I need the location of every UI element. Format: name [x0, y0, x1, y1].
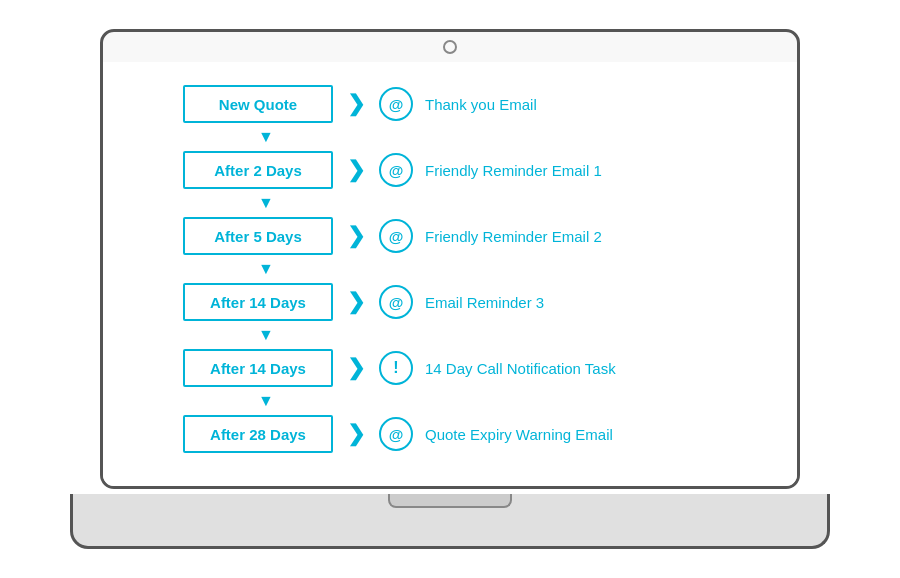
action-label: 14 Day Call Notification Task [425, 360, 616, 377]
chevron-right-icon: ❯ [347, 157, 365, 183]
email-icon: @ [379, 285, 413, 319]
action-label: Friendly Reminder Email 1 [425, 162, 602, 179]
action-label: Friendly Reminder Email 2 [425, 228, 602, 245]
step-box: After 28 Days [183, 415, 333, 453]
down-arrow-icon: ▼ [258, 327, 274, 343]
down-arrow-icon: ▼ [258, 195, 274, 211]
connector-arrow: ▼ [183, 195, 274, 211]
down-arrow-icon: ▼ [258, 129, 274, 145]
step-box: After 14 Days [183, 349, 333, 387]
at-symbol: @ [389, 96, 404, 113]
step-box: New Quote [183, 85, 333, 123]
chevron-right-icon: ❯ [347, 421, 365, 447]
connector-arrow: ▼ [183, 129, 274, 145]
connector-arrow: ▼ [183, 261, 274, 277]
down-arrow-icon: ▼ [258, 393, 274, 409]
action-label: Quote Expiry Warning Email [425, 426, 613, 443]
laptop-screen: New Quote❯@Thank you Email▼After 2 Days❯… [100, 29, 800, 489]
email-icon: @ [379, 153, 413, 187]
email-icon: @ [379, 219, 413, 253]
email-icon: @ [379, 87, 413, 121]
at-symbol: @ [389, 426, 404, 443]
step-box: After 2 Days [183, 151, 333, 189]
workflow-row-4: After 14 Days❯@Email Reminder 3 [183, 283, 544, 321]
action-label: Email Reminder 3 [425, 294, 544, 311]
step-box: After 5 Days [183, 217, 333, 255]
step-box: After 14 Days [183, 283, 333, 321]
at-symbol: @ [389, 294, 404, 311]
at-symbol: @ [389, 228, 404, 245]
down-arrow-icon: ▼ [258, 261, 274, 277]
workflow-row-2: After 2 Days❯@Friendly Reminder Email 1 [183, 151, 602, 189]
email-icon: @ [379, 417, 413, 451]
at-symbol: @ [389, 162, 404, 179]
connector-arrow: ▼ [183, 327, 274, 343]
chevron-right-icon: ❯ [347, 91, 365, 117]
laptop-container: New Quote❯@Thank you Email▼After 2 Days❯… [70, 29, 830, 549]
action-label: Thank you Email [425, 96, 537, 113]
laptop-base [70, 494, 830, 549]
workflow-row-5: After 14 Days❯!14 Day Call Notification … [183, 349, 616, 387]
chevron-right-icon: ❯ [347, 289, 365, 315]
screen-content: New Quote❯@Thank you Email▼After 2 Days❯… [103, 62, 797, 486]
workflow-row-1: New Quote❯@Thank you Email [183, 85, 537, 123]
notification-icon: ! [379, 351, 413, 385]
chevron-right-icon: ❯ [347, 355, 365, 381]
chevron-right-icon: ❯ [347, 223, 365, 249]
workflow-row-3: After 5 Days❯@Friendly Reminder Email 2 [183, 217, 602, 255]
exclamation-symbol: ! [393, 359, 398, 377]
workflow-row-6: After 28 Days❯@Quote Expiry Warning Emai… [183, 415, 613, 453]
connector-arrow: ▼ [183, 393, 274, 409]
